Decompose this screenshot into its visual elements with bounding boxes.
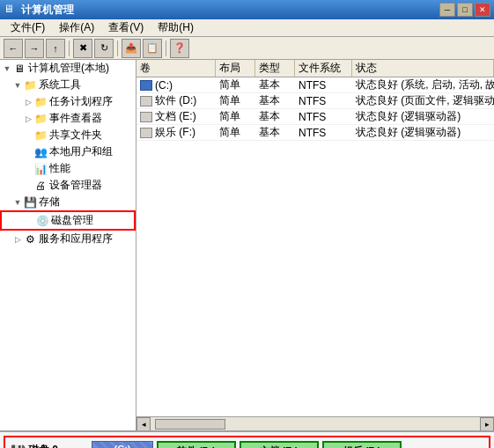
tree-item-device-manager[interactable]: 🖨 设备管理器 xyxy=(0,177,136,194)
tree-item-storage[interactable]: ▼ 💾 存储 xyxy=(0,194,136,210)
toolbar-separator-2 xyxy=(117,40,118,56)
expand-root: ▼ xyxy=(2,63,12,74)
tree-item-services[interactable]: ▷ ⚙ 服务和应用程序 xyxy=(0,231,136,247)
table-header: 卷 布局 类型 文件系统 状态 xyxy=(136,60,494,77)
device-icon: 🖨 xyxy=(33,179,48,193)
partition-f-label: 娱乐 (F:) xyxy=(343,444,381,448)
scroll-right-btn[interactable]: ▸ xyxy=(480,417,494,431)
cell-layout-0: 简单 xyxy=(216,77,255,92)
horizontal-scrollbar[interactable]: ◂ ▸ xyxy=(136,416,494,430)
forward-button[interactable]: → xyxy=(25,39,44,58)
expand-users xyxy=(23,147,33,158)
col-header-vol: 卷 xyxy=(136,60,216,77)
table-body: (C:) 简单 基本 NTFS 状态良好 (系统, 启动, 活动, 故障转...… xyxy=(136,77,494,416)
users-icon: 👥 xyxy=(33,145,48,159)
disk-name: 磁盘 0 xyxy=(28,443,58,448)
cell-type-2: 基本 xyxy=(255,109,295,124)
folder-icon-2: 📁 xyxy=(33,95,48,109)
expand-storage: ▼ xyxy=(12,197,23,208)
cell-vol-1: 软件 (D:) xyxy=(136,93,216,108)
menu-file[interactable]: 文件(F) xyxy=(4,18,52,37)
up-button[interactable]: ↑ xyxy=(46,39,65,58)
tree-item-event-viewer[interactable]: ▷ 📁 事件查看器 xyxy=(0,110,136,127)
tree-item-disk-management[interactable]: 💿 磁盘管理 xyxy=(0,210,136,231)
cell-layout-1: 简单 xyxy=(216,93,255,108)
partition-d[interactable]: 软件 (D:) 120.00 G 状态良好 xyxy=(157,441,236,448)
cell-fs-1: NTFS xyxy=(295,93,352,108)
disk-info: 💾 磁盘 0 基本 465.76 GB 联机 xyxy=(9,441,88,448)
disk-row: 💾 磁盘 0 基本 465.76 GB 联机 (C:) 80.00 GB 状态良… xyxy=(4,436,490,448)
disk-drive-icon: 💾 xyxy=(11,444,26,449)
app-icon: 🖥 xyxy=(4,3,18,17)
cell-status-2: 状态良好 (逻辑驱动器) xyxy=(352,109,494,124)
toolbar-separator-3 xyxy=(166,40,166,56)
table-row[interactable]: (C:) 简单 基本 NTFS 状态良好 (系统, 启动, 活动, 故障转... xyxy=(136,77,494,93)
cell-fs-2: NTFS xyxy=(295,109,352,124)
perf-icon: 📊 xyxy=(33,162,48,176)
tree-label-task-scheduler: 任务计划程序 xyxy=(49,94,113,109)
back-button[interactable]: ← xyxy=(4,39,23,58)
bottom-disk-panel: 💾 磁盘 0 基本 465.76 GB 联机 (C:) 80.00 GB 状态良… xyxy=(0,430,494,448)
folder-icon-3: 📁 xyxy=(33,112,48,126)
export-button[interactable]: 📤 xyxy=(122,39,141,58)
help-button[interactable]: ❓ xyxy=(170,39,189,58)
expand-shared xyxy=(23,130,33,141)
tree-item-shared-folders[interactable]: 📁 共享文件夹 xyxy=(0,127,136,143)
toolbar: ← → ↑ ✖ ↻ 📤 📋 ❓ xyxy=(0,37,494,60)
toolbar-separator-1 xyxy=(69,40,70,56)
tree-label-system-tools: 系统工具 xyxy=(39,77,81,92)
stop-button[interactable]: ✖ xyxy=(73,39,92,58)
menu-view[interactable]: 查看(V) xyxy=(101,18,151,37)
col-header-type: 类型 xyxy=(255,60,295,77)
scroll-left-btn[interactable]: ◂ xyxy=(136,417,151,431)
partition-c[interactable]: (C:) 80.00 GB 状态良好 xyxy=(92,441,153,448)
cell-vol-3: 娱乐 (F:) xyxy=(136,125,216,140)
table-row[interactable]: 软件 (D:) 简单 基本 NTFS 状态良好 (页面文件, 逻辑驱动器) xyxy=(136,93,494,109)
menu-action[interactable]: 操作(A) xyxy=(52,18,101,37)
partition-e[interactable]: 文档 (E:) 120.00 G 状态良好 | xyxy=(240,441,319,448)
cell-fs-0: NTFS xyxy=(295,77,352,92)
scrollbar-thumb[interactable] xyxy=(155,419,225,430)
tree-label-event-viewer: 事件查看器 xyxy=(49,111,102,126)
cell-vol-0: (C:) xyxy=(136,77,216,92)
expand-disk xyxy=(25,216,35,226)
tree-root-label: 计算机管理(本地) xyxy=(28,61,109,76)
services-icon: ⚙ xyxy=(23,232,37,246)
window-controls: ─ □ ✕ xyxy=(439,3,490,17)
expand-services: ▷ xyxy=(12,234,23,245)
expand-system-tools: ▼ xyxy=(12,80,23,91)
close-button[interactable]: ✕ xyxy=(475,3,490,17)
partition-f[interactable]: 娱乐 (F:) 145.75 G 状态良好 xyxy=(322,441,402,448)
menu-help[interactable]: 帮助(H) xyxy=(151,18,201,37)
tree-label-shared-folders: 共享文件夹 xyxy=(49,128,102,143)
cell-fs-3: NTFS xyxy=(295,125,352,140)
disk-icon: 💿 xyxy=(35,214,49,228)
cell-layout-3: 简单 xyxy=(216,125,255,140)
maximize-button[interactable]: □ xyxy=(457,3,473,17)
tree-item-performance[interactable]: 📊 性能 xyxy=(0,160,136,177)
scrollbar-track xyxy=(151,417,480,430)
tree-item-local-users[interactable]: 👥 本地用户和组 xyxy=(0,143,136,160)
cell-type-0: 基本 xyxy=(255,77,295,92)
cell-vol-2: 文档 (E:) xyxy=(136,109,216,124)
tree-item-system-tools[interactable]: ▼ 📁 系统工具 xyxy=(0,77,136,93)
col-header-layout: 布局 xyxy=(216,60,255,77)
title-bar: 🖥 计算机管理 ─ □ ✕ xyxy=(0,0,494,19)
computer-icon: 🖥 xyxy=(12,62,26,76)
cell-type-3: 基本 xyxy=(255,125,295,140)
refresh-button[interactable]: ↻ xyxy=(94,39,114,58)
tree-label-storage: 存储 xyxy=(39,195,60,209)
partition-d-label: 软件 (D:) xyxy=(177,444,216,448)
tree-item-task-scheduler[interactable]: ▷ 📁 任务计划程序 xyxy=(0,93,136,110)
table-row[interactable]: 娱乐 (F:) 简单 基本 NTFS 状态良好 (逻辑驱动器) xyxy=(136,125,494,141)
table-row[interactable]: 文档 (E:) 简单 基本 NTFS 状态良好 (逻辑驱动器) xyxy=(136,109,494,125)
tree-label-local-users: 本地用户和组 xyxy=(49,144,113,159)
tree-panel: ▼ 🖥 计算机管理(本地) ▼ 📁 系统工具 ▷ 📁 任务计划程序 ▷ 📁 事件… xyxy=(0,60,136,430)
minimize-button[interactable]: ─ xyxy=(439,3,455,17)
expand-performance xyxy=(23,164,33,174)
tree-root[interactable]: ▼ 🖥 计算机管理(本地) xyxy=(0,60,136,77)
tree-label-performance: 性能 xyxy=(49,161,70,176)
expand-event-viewer: ▷ xyxy=(23,114,33,124)
view-button[interactable]: 📋 xyxy=(143,39,162,58)
main-container: ▼ 🖥 计算机管理(本地) ▼ 📁 系统工具 ▷ 📁 任务计划程序 ▷ 📁 事件… xyxy=(0,60,494,430)
